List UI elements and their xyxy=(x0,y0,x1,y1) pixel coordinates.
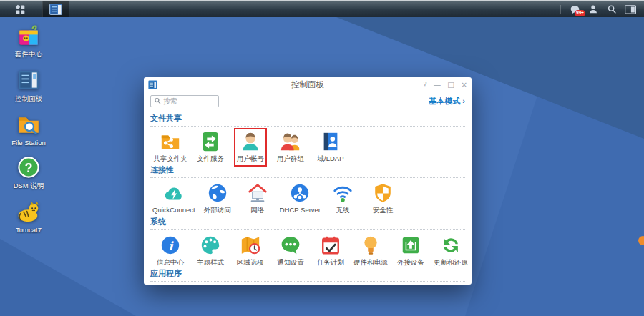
desktop-icon-label: DSM 说明 xyxy=(14,182,44,191)
main-menu-icon xyxy=(15,4,26,15)
widgets-button[interactable] xyxy=(623,1,638,17)
search-input[interactable] xyxy=(163,97,215,105)
control-panel-item-network[interactable]: 网络 xyxy=(238,181,278,214)
window-controls: ? — □ × xyxy=(423,81,467,89)
shared-folder-icon xyxy=(160,131,181,152)
item-label: 区域选项 xyxy=(237,258,264,266)
wireless-icon xyxy=(332,182,353,204)
control-panel-item-hardware-power[interactable]: 硬件和电源 xyxy=(351,233,391,266)
desktop-icon-control-panel[interactable]: 控制面板 xyxy=(8,68,49,104)
dsm-help-icon: ? xyxy=(16,155,41,179)
update-restore-icon xyxy=(440,234,462,256)
maximize-button[interactable]: □ xyxy=(447,81,454,89)
item-label: 更新和还原 xyxy=(434,258,468,266)
control-panel-item-user-group[interactable]: 用户群组 xyxy=(270,129,311,162)
control-panel-item-theme[interactable]: 主题样式 xyxy=(190,233,230,266)
user-group-icon xyxy=(280,131,301,152)
tomcat-icon xyxy=(16,199,41,224)
widgets-panel-icon xyxy=(625,5,636,14)
notification-badge: 99+ xyxy=(575,10,585,17)
control-panel-item-regional[interactable]: 区域选项 xyxy=(230,233,270,266)
domain-ldap-icon xyxy=(320,131,341,152)
wallpaper-orange-dot xyxy=(638,236,644,245)
quickconnect-icon xyxy=(163,182,185,204)
desktop-icon-file-station[interactable]: File Station xyxy=(8,112,49,147)
control-panel-item-update-restore[interactable]: 更新和还原 xyxy=(431,233,471,266)
main-menu-button[interactable] xyxy=(9,1,32,17)
chevron-right-icon: › xyxy=(462,97,465,105)
item-label: 外部访问 xyxy=(204,206,231,214)
section-system: 系统i信息中心主题样式区域选项通知设置任务计划硬件和电源外接设备更新和还原 xyxy=(150,214,465,266)
hardware-power-icon xyxy=(360,234,381,256)
basic-mode-label: 基本模式 xyxy=(429,96,460,107)
package-center-icon xyxy=(16,24,41,48)
item-label: 任务计划 xyxy=(317,258,344,266)
item-label: 通知设置 xyxy=(277,258,304,266)
control-panel-item-security[interactable]: 安全性 xyxy=(363,181,403,214)
control-panel-item-notification[interactable]: 通知设置 xyxy=(270,233,311,266)
user-account-icon xyxy=(240,131,261,152)
control-panel-item-task-scheduler[interactable]: 任务计划 xyxy=(311,233,351,266)
item-label: 硬件和电源 xyxy=(353,258,388,266)
control-panel-item-info-center[interactable]: i信息中心 xyxy=(150,233,190,266)
section-header-connectivity: 连接性 xyxy=(150,162,465,178)
control-panel-item-wireless[interactable]: 无线 xyxy=(323,181,363,214)
notifications-button[interactable]: 99+ xyxy=(567,1,582,17)
search-box[interactable] xyxy=(150,95,219,107)
section-header-file-sharing: 文件共享 xyxy=(150,111,465,127)
desktop-icon-dsm-help[interactable]: ?DSM 说明 xyxy=(8,155,49,191)
desktop-icon-label: Tomcat7 xyxy=(16,226,42,234)
control-panel-item-dhcp-server[interactable]: DHCP Server xyxy=(278,181,323,214)
control-panel-item-quickconnect[interactable]: QuickConnect xyxy=(150,181,197,214)
item-label: DHCP Server xyxy=(280,206,321,214)
item-label: 主题样式 xyxy=(197,258,224,266)
taskbar-divider xyxy=(560,5,561,14)
close-button[interactable]: × xyxy=(461,81,467,89)
theme-icon xyxy=(200,234,221,256)
control-panel-window-thumbnail-icon xyxy=(49,4,62,15)
desktop-icon-label: 控制面板 xyxy=(15,94,42,104)
control-panel-item-file-service[interactable]: 文件服务 xyxy=(190,129,230,162)
window-titlebar[interactable]: 控制面板 ? — □ × xyxy=(144,77,472,92)
search-icon xyxy=(607,4,617,14)
help-button[interactable]: ? xyxy=(423,81,427,89)
item-label: 安全性 xyxy=(373,206,394,214)
desktop-icon-package-center[interactable]: 套件中心 xyxy=(8,24,49,59)
info-center-icon: i xyxy=(160,234,181,256)
section-items-system: i信息中心主题样式区域选项通知设置任务计划硬件和电源外接设备更新和还原 xyxy=(150,233,465,266)
control-panel-window: 控制面板 ? — □ × 基本模式 › 文件共享共享文件夹文件服务用户帐号用户群… xyxy=(144,77,472,285)
search-icon xyxy=(154,97,161,104)
desktop-icon-label: File Station xyxy=(11,139,46,147)
control-panel-item-external-access[interactable]: 外部访问 xyxy=(197,181,238,214)
section-header-system: 系统 xyxy=(150,214,465,230)
taskbar-search-button[interactable] xyxy=(604,1,620,17)
control-panel-item-domain-ldap[interactable]: 域/LDAP xyxy=(311,129,351,162)
item-label: 无线 xyxy=(336,206,350,214)
minimize-button[interactable]: — xyxy=(434,81,441,89)
external-device-icon xyxy=(400,234,421,256)
task-scheduler-icon xyxy=(320,234,341,256)
section-header-applications: 应用程序 xyxy=(150,266,465,282)
item-label: 信息中心 xyxy=(157,258,184,266)
section-items-file-sharing: 共享文件夹文件服务用户帐号用户群组域/LDAP xyxy=(150,129,465,162)
control-panel-item-user-account[interactable]: 用户帐号 xyxy=(230,129,270,162)
window-toolbar: 基本模式 › xyxy=(144,92,472,110)
external-access-icon xyxy=(207,182,228,204)
control-panel-icon xyxy=(16,68,41,92)
taskbar: 99+ xyxy=(0,0,644,17)
item-label: 用户帐号 xyxy=(237,154,264,162)
notification-icon xyxy=(280,234,301,256)
taskbar-control-panel-button[interactable] xyxy=(42,1,69,17)
desktop-icons: 套件中心控制面板File Station?DSM 说明Tomcat7 xyxy=(8,24,49,234)
svg-text:?: ? xyxy=(24,161,32,175)
file-service-icon xyxy=(200,131,221,152)
control-panel-content: 文件共享共享文件夹文件服务用户帐号用户群组域/LDAP连接性QuickConne… xyxy=(144,110,472,285)
user-menu-button[interactable] xyxy=(585,1,601,17)
desktop-icon-tomcat[interactable]: Tomcat7 xyxy=(8,199,49,234)
control-panel-item-external-device[interactable]: 外接设备 xyxy=(391,233,431,266)
file-station-icon xyxy=(16,112,41,137)
basic-mode-link[interactable]: 基本模式 › xyxy=(429,96,465,107)
regional-icon xyxy=(240,234,261,256)
control-panel-item-shared-folder[interactable]: 共享文件夹 xyxy=(150,129,190,162)
item-label: 文件服务 xyxy=(197,154,224,162)
